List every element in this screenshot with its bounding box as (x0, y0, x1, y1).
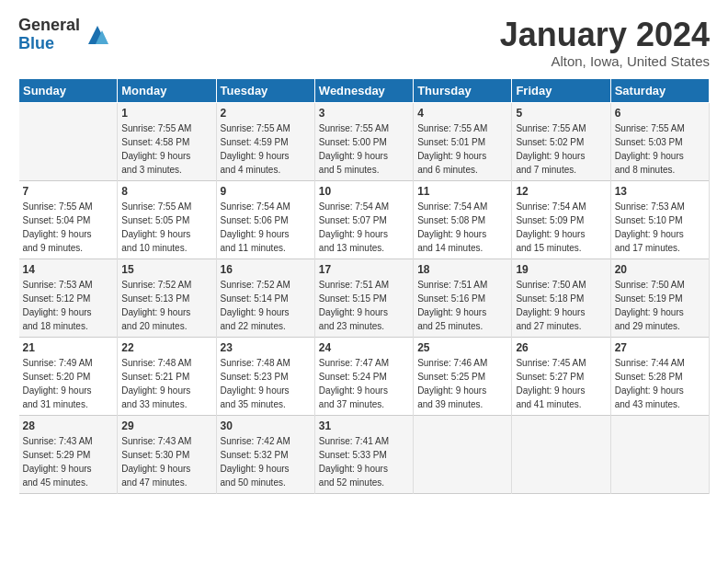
calendar-title: January 2024 (500, 17, 710, 53)
calendar-cell (512, 415, 610, 493)
day-number: 7 (23, 185, 114, 198)
day-number: 18 (417, 263, 507, 276)
day-number: 1 (121, 107, 211, 120)
day-info: Sunrise: 7:48 AM Sunset: 5:21 PM Dayligh… (121, 356, 211, 411)
week-row: 1Sunrise: 7:55 AM Sunset: 4:58 PM Daylig… (19, 102, 710, 180)
week-row: 7Sunrise: 7:55 AM Sunset: 5:04 PM Daylig… (19, 180, 710, 259)
day-info: Sunrise: 7:55 AM Sunset: 5:04 PM Dayligh… (23, 200, 114, 255)
day-number: 17 (319, 263, 409, 276)
calendar-cell (610, 415, 709, 493)
day-info: Sunrise: 7:47 AM Sunset: 5:24 PM Dayligh… (319, 356, 409, 411)
day-info: Sunrise: 7:49 AM Sunset: 5:20 PM Dayligh… (23, 356, 114, 411)
day-number: 16 (221, 263, 311, 276)
calendar-cell: 23Sunrise: 7:48 AM Sunset: 5:23 PM Dayli… (216, 337, 314, 415)
header-day: Sunday (19, 78, 118, 102)
calendar-cell: 19Sunrise: 7:50 AM Sunset: 5:18 PM Dayli… (512, 259, 610, 337)
day-number: 27 (615, 341, 705, 354)
day-number: 26 (516, 341, 606, 354)
logo-icon (84, 21, 111, 49)
day-number: 15 (121, 263, 211, 276)
day-number: 22 (121, 341, 211, 354)
logo: General Blue (18, 17, 111, 53)
logo-blue: Blue (18, 35, 80, 53)
day-info: Sunrise: 7:55 AM Sunset: 5:05 PM Dayligh… (121, 200, 211, 255)
calendar-cell: 24Sunrise: 7:47 AM Sunset: 5:24 PM Dayli… (314, 337, 413, 415)
day-info: Sunrise: 7:51 AM Sunset: 5:16 PM Dayligh… (417, 278, 507, 333)
day-info: Sunrise: 7:46 AM Sunset: 5:25 PM Dayligh… (417, 356, 507, 411)
calendar-subtitle: Alton, Iowa, United States (500, 53, 710, 69)
day-info: Sunrise: 7:55 AM Sunset: 5:02 PM Dayligh… (516, 121, 606, 177)
calendar-cell: 3Sunrise: 7:55 AM Sunset: 5:00 PM Daylig… (314, 102, 413, 180)
day-info: Sunrise: 7:48 AM Sunset: 5:23 PM Dayligh… (221, 356, 311, 411)
day-info: Sunrise: 7:53 AM Sunset: 5:12 PM Dayligh… (23, 278, 114, 333)
day-number: 24 (319, 341, 409, 354)
calendar-cell: 12Sunrise: 7:54 AM Sunset: 5:09 PM Dayli… (512, 180, 610, 259)
calendar-cell: 6Sunrise: 7:55 AM Sunset: 5:03 PM Daylig… (610, 102, 709, 180)
day-info: Sunrise: 7:55 AM Sunset: 4:58 PM Dayligh… (121, 121, 211, 177)
calendar-cell: 25Sunrise: 7:46 AM Sunset: 5:25 PM Dayli… (414, 337, 512, 415)
day-number: 8 (121, 185, 211, 198)
day-number: 30 (221, 419, 311, 432)
header-row: SundayMondayTuesdayWednesdayThursdayFrid… (19, 78, 710, 102)
calendar-cell: 8Sunrise: 7:55 AM Sunset: 5:05 PM Daylig… (118, 180, 216, 259)
header: General Blue January 2024 Alton, Iowa, U… (18, 17, 710, 69)
day-info: Sunrise: 7:55 AM Sunset: 5:00 PM Dayligh… (319, 121, 409, 177)
day-number: 12 (516, 185, 606, 198)
calendar-cell: 1Sunrise: 7:55 AM Sunset: 4:58 PM Daylig… (118, 102, 216, 180)
day-info: Sunrise: 7:45 AM Sunset: 5:27 PM Dayligh… (516, 356, 606, 411)
day-info: Sunrise: 7:42 AM Sunset: 5:32 PM Dayligh… (221, 434, 311, 489)
day-info: Sunrise: 7:50 AM Sunset: 5:18 PM Dayligh… (516, 278, 606, 333)
day-number: 23 (221, 341, 311, 354)
day-number: 29 (121, 419, 211, 432)
calendar-cell: 21Sunrise: 7:49 AM Sunset: 5:20 PM Dayli… (19, 337, 118, 415)
day-number: 2 (221, 107, 311, 120)
calendar-cell: 16Sunrise: 7:52 AM Sunset: 5:14 PM Dayli… (216, 259, 314, 337)
day-info: Sunrise: 7:54 AM Sunset: 5:09 PM Dayligh… (516, 200, 606, 255)
day-number: 25 (417, 341, 507, 354)
calendar-cell: 20Sunrise: 7:50 AM Sunset: 5:19 PM Dayli… (610, 259, 709, 337)
calendar-cell: 7Sunrise: 7:55 AM Sunset: 5:04 PM Daylig… (19, 180, 118, 259)
calendar-cell (19, 102, 118, 180)
calendar-table: SundayMondayTuesdayWednesdayThursdayFrid… (18, 78, 710, 494)
day-info: Sunrise: 7:54 AM Sunset: 5:08 PM Dayligh… (417, 200, 507, 255)
day-number: 28 (23, 419, 114, 432)
calendar-cell: 13Sunrise: 7:53 AM Sunset: 5:10 PM Dayli… (610, 180, 709, 259)
header-day: Monday (118, 78, 216, 102)
week-row: 14Sunrise: 7:53 AM Sunset: 5:12 PM Dayli… (19, 259, 710, 337)
calendar-cell: 14Sunrise: 7:53 AM Sunset: 5:12 PM Dayli… (19, 259, 118, 337)
calendar-cell: 2Sunrise: 7:55 AM Sunset: 4:59 PM Daylig… (216, 102, 314, 180)
day-info: Sunrise: 7:54 AM Sunset: 5:07 PM Dayligh… (319, 200, 409, 255)
calendar-cell: 11Sunrise: 7:54 AM Sunset: 5:08 PM Dayli… (414, 180, 512, 259)
header-day: Wednesday (314, 78, 413, 102)
day-number: 5 (516, 107, 606, 120)
calendar-cell: 29Sunrise: 7:43 AM Sunset: 5:30 PM Dayli… (118, 415, 216, 493)
day-number: 13 (615, 185, 705, 198)
calendar-cell: 17Sunrise: 7:51 AM Sunset: 5:15 PM Dayli… (314, 259, 413, 337)
day-info: Sunrise: 7:52 AM Sunset: 5:14 PM Dayligh… (221, 278, 311, 333)
day-number: 14 (23, 263, 114, 276)
day-number: 9 (221, 185, 311, 198)
header-day: Thursday (414, 78, 512, 102)
calendar-cell: 28Sunrise: 7:43 AM Sunset: 5:29 PM Dayli… (19, 415, 118, 493)
week-row: 21Sunrise: 7:49 AM Sunset: 5:20 PM Dayli… (19, 337, 710, 415)
header-day: Friday (512, 78, 610, 102)
day-info: Sunrise: 7:51 AM Sunset: 5:15 PM Dayligh… (319, 278, 409, 333)
day-info: Sunrise: 7:55 AM Sunset: 5:01 PM Dayligh… (417, 121, 507, 177)
day-info: Sunrise: 7:43 AM Sunset: 5:29 PM Dayligh… (23, 434, 114, 489)
header-day: Saturday (610, 78, 709, 102)
header-day: Tuesday (216, 78, 314, 102)
day-number: 21 (23, 341, 114, 354)
day-info: Sunrise: 7:55 AM Sunset: 5:03 PM Dayligh… (615, 121, 705, 177)
title-block: January 2024 Alton, Iowa, United States (500, 17, 710, 69)
week-row: 28Sunrise: 7:43 AM Sunset: 5:29 PM Dayli… (19, 415, 710, 493)
page: General Blue January 2024 Alton, Iowa, U… (0, 0, 728, 563)
calendar-cell: 26Sunrise: 7:45 AM Sunset: 5:27 PM Dayli… (512, 337, 610, 415)
calendar-cell: 4Sunrise: 7:55 AM Sunset: 5:01 PM Daylig… (414, 102, 512, 180)
calendar-cell (414, 415, 512, 493)
day-number: 20 (615, 263, 705, 276)
calendar-cell: 10Sunrise: 7:54 AM Sunset: 5:07 PM Dayli… (314, 180, 413, 259)
day-number: 31 (319, 419, 409, 432)
calendar-cell: 30Sunrise: 7:42 AM Sunset: 5:32 PM Dayli… (216, 415, 314, 493)
day-info: Sunrise: 7:54 AM Sunset: 5:06 PM Dayligh… (221, 200, 311, 255)
day-number: 3 (319, 107, 409, 120)
